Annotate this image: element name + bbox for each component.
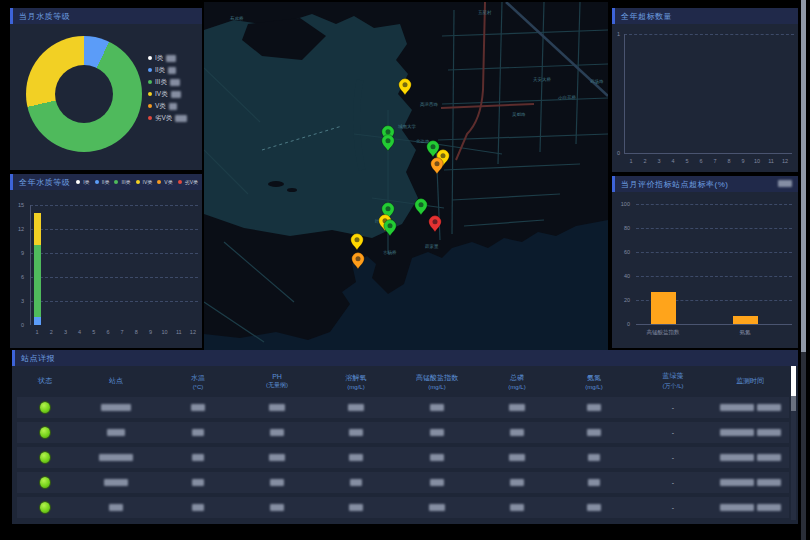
table-cell: - xyxy=(633,479,713,486)
street-label: 古杨桥 xyxy=(383,250,397,255)
x-axis-tick: 10 xyxy=(754,158,760,164)
table-row[interactable]: - xyxy=(17,422,789,443)
redacted-measurement xyxy=(350,479,362,486)
redacted-measurement xyxy=(587,404,601,411)
y-axis-tick: 6 xyxy=(12,274,24,280)
table-cell xyxy=(237,454,317,461)
table-row[interactable]: - xyxy=(17,497,789,518)
gridline xyxy=(30,229,198,230)
column-header: 站点 xyxy=(73,368,159,394)
table-cell xyxy=(159,479,237,486)
table-scrollbar[interactable] xyxy=(791,366,796,520)
y-axis-tick: 0 xyxy=(12,322,24,328)
column-label: 水温 xyxy=(191,373,205,383)
redacted-measurement xyxy=(349,504,363,511)
legend-item[interactable]: IV类 xyxy=(148,88,187,100)
city-map[interactable]: 石皮桥五星村高浪西路城南大学北边路天安大桥小白花桥吴都路机场路薛家里古杨桥叶春 xyxy=(204,2,608,350)
table-row[interactable]: - xyxy=(17,447,789,468)
redacted-measurement xyxy=(429,504,445,511)
x-axis-tick: 2 xyxy=(643,158,646,164)
table-scrollbar-thumb[interactable] xyxy=(791,366,796,396)
legend-label: 劣V类 xyxy=(155,114,172,123)
legend-item[interactable]: V类 xyxy=(148,100,187,112)
table-cell: - xyxy=(633,429,713,436)
redacted-station-name xyxy=(104,479,128,486)
table-cell xyxy=(317,504,395,511)
table-cell xyxy=(555,504,633,511)
street-label: 高浪西路 xyxy=(420,101,439,107)
redacted-measurement xyxy=(430,454,444,461)
table-cell xyxy=(479,404,555,411)
redacted-measurement xyxy=(192,429,204,436)
x-axis-tick: 7 xyxy=(713,158,716,164)
x-axis-tick: 10 xyxy=(162,329,168,335)
table-cell xyxy=(395,479,479,486)
stacked-bar-segment[interactable] xyxy=(34,317,41,325)
exceed-line-chart[interactable]: 10123456789101112 xyxy=(612,8,798,172)
legend-item[interactable]: III类 xyxy=(148,76,187,88)
column-header: 总磷(mg/L) xyxy=(479,368,555,394)
column-header: 监测时间 xyxy=(713,368,787,394)
x-axis-tick: 11 xyxy=(768,158,774,164)
page-scrollbar-thumb[interactable] xyxy=(801,0,806,352)
table-cell xyxy=(17,452,73,463)
stacked-bar-segment[interactable] xyxy=(34,245,41,317)
rate-bar-chart[interactable]: 020406080100高锰酸盐指数氨氮 xyxy=(612,176,798,348)
redacted-measurement xyxy=(270,429,284,436)
panel-month-quality-header: 当月水质等级 xyxy=(10,8,202,24)
stacked-bar-chart[interactable]: 03691215123456789101112 xyxy=(10,174,202,348)
rate-bar[interactable] xyxy=(733,316,758,324)
y-axis-tick: 0 xyxy=(608,150,620,156)
chlorophyll-value: - xyxy=(672,504,674,511)
table-cell xyxy=(317,429,395,436)
panel-title: 站点详报 xyxy=(21,353,55,364)
column-label: 站点 xyxy=(109,376,123,386)
redacted-measurement xyxy=(510,479,524,486)
redacted-date xyxy=(720,504,754,511)
redacted-legend-value xyxy=(166,55,176,62)
stacked-bar-segment[interactable] xyxy=(34,213,41,245)
status-indicator xyxy=(40,502,50,513)
table-cell xyxy=(555,429,633,436)
column-label: 氨氮 xyxy=(587,373,601,383)
redacted-measurement xyxy=(192,504,204,511)
legend-item[interactable]: I类 xyxy=(148,52,187,64)
redacted-station-name xyxy=(99,454,133,461)
street-label: 小白花桥 xyxy=(558,95,577,100)
column-header: 氨氮(mg/L) xyxy=(555,368,633,394)
table-cell: - xyxy=(633,454,713,461)
x-axis xyxy=(636,324,792,325)
street-label: 薛家里 xyxy=(425,244,439,249)
x-axis xyxy=(624,153,792,154)
map-panel[interactable]: 石皮桥五星村高浪西路城南大学北边路天安大桥小白花桥吴都路机场路薛家里古杨桥叶春 xyxy=(204,2,608,350)
panel-month-quality: 当月水质等级 I类II类III类IV类V类劣V类 xyxy=(10,8,202,170)
x-axis-tick: 8 xyxy=(135,329,138,335)
legend-dot xyxy=(148,80,152,84)
x-axis-tick: 6 xyxy=(699,158,702,164)
legend-label: III类 xyxy=(155,78,167,87)
redacted-date xyxy=(720,454,754,461)
x-axis-tick: 7 xyxy=(121,329,124,335)
table-row[interactable]: - xyxy=(17,397,789,418)
column-header: 高锰酸盐指数(mg/L) xyxy=(395,368,479,394)
page-scrollbar[interactable] xyxy=(801,0,806,540)
gridline xyxy=(30,205,198,206)
x-axis-tick: 1 xyxy=(36,329,39,335)
legend-item[interactable]: 劣V类 xyxy=(148,112,187,124)
legend-item[interactable]: II类 xyxy=(148,64,187,76)
x-axis-tick: 9 xyxy=(149,329,152,335)
x-axis-tick: 9 xyxy=(741,158,744,164)
table-cell xyxy=(395,504,479,511)
rate-bar[interactable] xyxy=(651,292,676,324)
islet xyxy=(287,188,297,192)
y-axis-tick: 80 xyxy=(618,225,630,231)
redacted-station-name xyxy=(109,504,123,511)
table-cell xyxy=(237,504,317,511)
table-row[interactable]: - xyxy=(17,472,789,493)
gridline xyxy=(636,252,792,253)
table-cell xyxy=(317,404,395,411)
x-axis-tick: 1 xyxy=(629,158,632,164)
redacted-measurement xyxy=(269,404,285,411)
panel-month-rate: 当月评价指标站点超标率(%) 020406080100高锰酸盐指数氨氮 xyxy=(612,176,798,348)
column-unit: (°C) xyxy=(193,384,204,390)
